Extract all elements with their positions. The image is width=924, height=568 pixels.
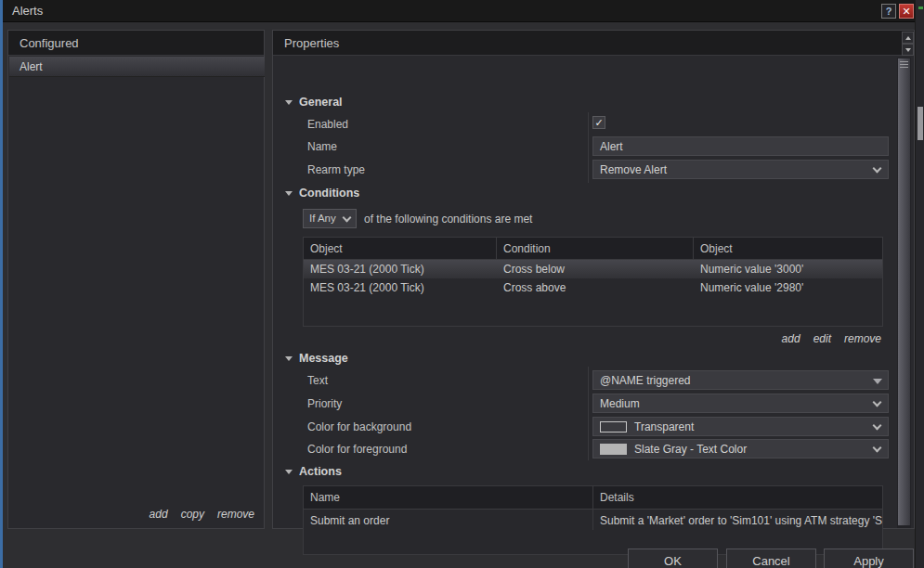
background-window-strip: [915, 0, 924, 568]
configured-header: Configured: [8, 31, 264, 56]
color-background-value: Transparent: [634, 420, 694, 433]
scroll-down-button[interactable]: [902, 44, 914, 56]
close-icon: ✕: [902, 6, 910, 17]
help-icon: ?: [886, 6, 892, 17]
collapse-arrow-icon: [285, 470, 293, 474]
column-header[interactable]: Name: [304, 486, 593, 509]
slate-gray-color-swatch: [600, 444, 627, 455]
column-header[interactable]: Condition: [497, 238, 694, 259]
color-background-select[interactable]: Transparent: [592, 417, 889, 436]
cell-condition: Cross above: [497, 278, 694, 297]
properties-header-label: Properties: [284, 36, 339, 50]
rearm-type-value: Remove Alert: [600, 163, 667, 176]
dropdown-arrow-icon: [873, 379, 882, 384]
column-header[interactable]: Object: [694, 238, 882, 259]
section-conditions[interactable]: Conditions: [285, 187, 359, 200]
conditions-suffix-text: of the following conditions are met: [364, 213, 532, 226]
cell-action-details: Submit a 'Market' order to 'Sim101' usin…: [593, 510, 882, 530]
configured-header-label: Configured: [20, 36, 79, 50]
configured-panel: Configured Alert add copy remove: [7, 30, 265, 529]
section-message[interactable]: Message: [285, 352, 348, 365]
background-window-edge: [0, 0, 3, 568]
message-text-combo[interactable]: @NAME triggered: [592, 370, 889, 390]
add-alert-link[interactable]: add: [150, 508, 168, 521]
title-bar[interactable]: Alerts: [3, 0, 915, 22]
chevron-down-icon: [873, 398, 882, 407]
color-foreground-label: Color for foreground: [307, 443, 407, 456]
cell-condition: Cross below: [497, 260, 694, 278]
cancel-button[interactable]: Cancel: [726, 549, 816, 568]
properties-scrollbar-track[interactable]: [897, 58, 911, 528]
grid-splitter: [588, 112, 589, 183]
actions-table-header: Name Details: [304, 486, 882, 510]
edit-condition-link[interactable]: edit: [813, 332, 831, 345]
cell-action-name: Submit an order: [304, 510, 593, 530]
scrollbar-grip: [900, 61, 908, 62]
rearm-type-label: Rearm type: [307, 163, 365, 176]
scroll-up-icon: [905, 36, 911, 40]
properties-header: Properties: [273, 31, 914, 56]
remove-condition-link[interactable]: remove: [844, 332, 881, 345]
name-input[interactable]: Alert: [592, 136, 889, 156]
table-row[interactable]: MES 03-21 (2000 Tick) Cross below Numeri…: [304, 260, 882, 278]
add-condition-link[interactable]: add: [782, 332, 800, 345]
section-general[interactable]: General: [285, 96, 343, 109]
actions-table: Name Details Submit an order Submit a 'M…: [303, 485, 883, 555]
condition-match-select[interactable]: If Any: [303, 209, 357, 228]
scroll-down-icon: [905, 48, 911, 52]
scrollbar-grip: [900, 64, 908, 65]
chevron-down-icon: [343, 213, 352, 223]
list-item-alert[interactable]: Alert: [9, 57, 265, 77]
priority-value: Medium: [600, 397, 640, 410]
section-actions[interactable]: Actions: [285, 465, 342, 478]
cell-object: MES 03-21 (2000 Tick): [304, 260, 497, 278]
table-row[interactable]: MES 03-21 (2000 Tick) Cross above Numeri…: [304, 278, 882, 297]
name-label: Name: [307, 140, 337, 153]
section-actions-title: Actions: [299, 465, 342, 478]
chevron-down-icon: [873, 421, 882, 431]
collapse-arrow-icon: [285, 100, 293, 105]
transparent-color-swatch: [600, 421, 627, 432]
enabled-label: Enabled: [307, 118, 348, 131]
grid-splitter: [588, 367, 589, 460]
copy-alert-link[interactable]: copy: [181, 508, 204, 521]
chevron-down-icon: [873, 444, 882, 453]
priority-select[interactable]: Medium: [592, 394, 889, 413]
section-message-title: Message: [299, 352, 348, 365]
conditions-table: Object Condition Object MES 03-21 (2000 …: [303, 237, 883, 327]
properties-panel: Properties General Enabled ✓ Name Alert …: [272, 30, 915, 529]
apply-button[interactable]: Apply: [824, 549, 914, 568]
window-title: Alerts: [12, 4, 43, 18]
cell-object: MES 03-21 (2000 Tick): [304, 278, 497, 297]
properties-scrollbar-thumb[interactable]: [898, 58, 910, 525]
color-foreground-select[interactable]: Slate Gray - Text Color: [592, 439, 889, 458]
name-value: Alert: [600, 140, 623, 153]
checkmark-icon: ✓: [594, 117, 603, 128]
column-header[interactable]: Object: [304, 238, 497, 259]
scroll-up-button[interactable]: [902, 32, 914, 44]
conditions-table-header: Object Condition Object: [304, 238, 882, 260]
enabled-checkbox[interactable]: ✓: [592, 116, 605, 129]
rearm-type-select[interactable]: Remove Alert: [592, 160, 889, 179]
message-text-value: @NAME triggered: [600, 374, 691, 387]
alert-item-label: Alert: [20, 60, 43, 73]
cell-value: Numeric value '3000': [694, 260, 882, 278]
collapse-arrow-icon: [285, 356, 293, 361]
background-scrollbar-thumb: [917, 107, 923, 140]
chevron-down-icon: [873, 164, 882, 174]
close-button[interactable]: ✕: [899, 4, 914, 19]
priority-label: Priority: [307, 397, 342, 410]
condition-match-value: If Any: [309, 213, 336, 224]
table-row[interactable]: Submit an order Submit a 'Market' order …: [304, 510, 882, 530]
remove-alert-link[interactable]: remove: [217, 508, 254, 521]
help-button[interactable]: ?: [881, 4, 896, 19]
ok-button[interactable]: OK: [628, 549, 718, 568]
cell-value: Numeric value '2980': [694, 278, 882, 297]
collapse-arrow-icon: [285, 191, 293, 196]
scrollbar-grip: [900, 67, 908, 68]
column-header[interactable]: Details: [593, 486, 882, 509]
section-general-title: General: [299, 96, 343, 109]
section-conditions-title: Conditions: [299, 187, 359, 200]
background-indicator: [918, 6, 923, 9]
color-foreground-value: Slate Gray - Text Color: [634, 443, 747, 456]
